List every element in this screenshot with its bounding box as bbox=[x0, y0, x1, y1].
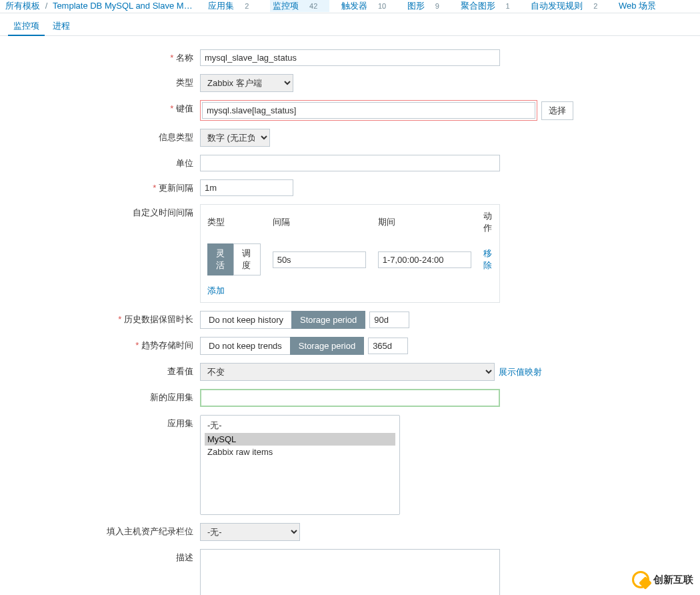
interval-seg-sched[interactable]: 调度 bbox=[233, 243, 260, 275]
toptab-discovery[interactable]: 自动发现规则2 bbox=[531, 1, 607, 11]
label-name: 名称 bbox=[0, 49, 200, 64]
label-applications: 应用集 bbox=[0, 415, 200, 430]
interval-hdr-interval: 间隔 bbox=[267, 206, 371, 238]
new-application-input[interactable] bbox=[200, 389, 500, 407]
label-update-interval: 更新间隔 bbox=[0, 179, 200, 194]
interval-hdr-type: 类型 bbox=[202, 206, 266, 238]
applications-select[interactable]: -无- MySQL Zabbix raw items bbox=[200, 415, 400, 515]
toptab-graphs[interactable]: 图形9 bbox=[407, 1, 449, 11]
app-option-none[interactable]: -无- bbox=[205, 418, 395, 433]
table-row: 灵活 调度 移除 bbox=[202, 239, 498, 279]
name-input[interactable] bbox=[200, 49, 500, 66]
description-textarea[interactable] bbox=[200, 549, 500, 595]
interval-delay-input[interactable] bbox=[273, 251, 366, 268]
units-input[interactable] bbox=[200, 155, 500, 171]
subtab-item[interactable]: 监控项 bbox=[8, 13, 45, 36]
label-info-type: 信息类型 bbox=[0, 129, 200, 143]
label-units: 单位 bbox=[0, 155, 200, 169]
watermark: 创新互联 bbox=[632, 571, 693, 588]
breadcrumb-separator: / bbox=[45, 1, 48, 11]
toptab-screens[interactable]: 聚合图形1 bbox=[461, 1, 519, 11]
toptab-items[interactable]: 监控项42 bbox=[270, 0, 329, 12]
watermark-text: 创新互联 bbox=[653, 574, 693, 586]
breadcrumb-template[interactable]: Template DB MySQL and Slave M… bbox=[53, 1, 193, 11]
custom-interval-table: 类型 间隔 期间 动作 灵活 调度 移除 添加 bbox=[200, 204, 500, 303]
asset-field-select[interactable]: -无- bbox=[200, 523, 300, 541]
show-value-select[interactable]: 不变 bbox=[200, 363, 495, 381]
toptab-web[interactable]: Web 场景 bbox=[619, 1, 665, 11]
label-new-application: 新的应用集 bbox=[0, 389, 200, 404]
trends-nokeep[interactable]: Do not keep trends bbox=[200, 337, 290, 355]
history-period[interactable]: Storage period bbox=[291, 311, 365, 329]
app-option-mysql[interactable]: MySQL bbox=[205, 433, 395, 446]
watermark-logo-icon bbox=[632, 571, 649, 588]
history-nokeep[interactable]: Do not keep history bbox=[200, 311, 291, 329]
interval-hdr-action: 动作 bbox=[478, 206, 498, 238]
interval-add-link[interactable]: 添加 bbox=[207, 285, 225, 295]
label-description: 描述 bbox=[0, 549, 200, 564]
key-input[interactable] bbox=[202, 102, 535, 119]
interval-seg-flex[interactable]: 灵活 bbox=[207, 243, 233, 275]
app-option-raw[interactable]: Zabbix raw items bbox=[205, 446, 395, 458]
label-key: 键值 bbox=[0, 100, 200, 115]
label-show-value: 查看值 bbox=[0, 363, 200, 378]
label-custom-intervals: 自定义时间间隔 bbox=[0, 204, 200, 219]
toptab-applications[interactable]: 应用集2 bbox=[208, 1, 258, 11]
interval-remove-link[interactable]: 移除 bbox=[483, 248, 492, 270]
key-highlight bbox=[200, 100, 537, 121]
toptab-triggers[interactable]: 触发器10 bbox=[341, 1, 395, 11]
trends-period[interactable]: Storage period bbox=[290, 337, 364, 355]
label-trends: 趋势存储时间 bbox=[0, 337, 200, 352]
type-select[interactable]: Zabbix 客户端 bbox=[200, 74, 293, 92]
select-key-button[interactable]: 选择 bbox=[541, 101, 573, 120]
trends-value-input[interactable] bbox=[368, 338, 408, 354]
info-type-select[interactable]: 数字 (无正负) bbox=[200, 129, 270, 147]
show-value-mapping-link[interactable]: 展示值映射 bbox=[499, 366, 542, 378]
history-value-input[interactable] bbox=[369, 312, 409, 328]
interval-period-input[interactable] bbox=[378, 251, 471, 268]
subtab-process[interactable]: 进程 bbox=[47, 13, 75, 36]
breadcrumb-all-templates[interactable]: 所有模板 bbox=[5, 1, 40, 11]
label-populate-asset: 填入主机资产纪录栏位 bbox=[0, 523, 200, 538]
update-interval-input[interactable] bbox=[200, 179, 293, 196]
label-history: 历史数据保留时长 bbox=[0, 311, 200, 326]
interval-hdr-period: 期间 bbox=[373, 206, 477, 238]
label-type: 类型 bbox=[0, 74, 200, 89]
